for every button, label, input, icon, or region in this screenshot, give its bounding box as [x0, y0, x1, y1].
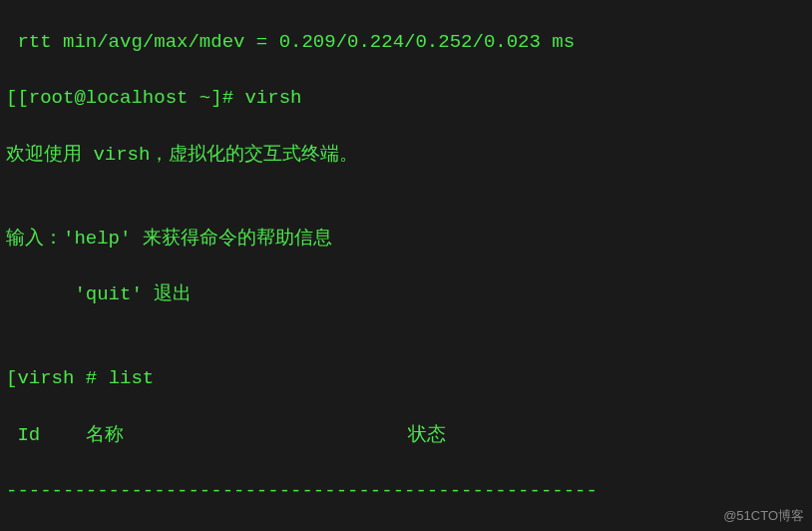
table-separator: ----------------------------------------…	[6, 477, 806, 505]
command-text: list	[109, 367, 155, 389]
command-line: [[root@localhost ~]# virsh	[6, 84, 806, 112]
output-line: rtt min/avg/max/mdev = 0.209/0.224/0.252…	[6, 28, 806, 56]
table-header: Id 名称 状态	[6, 421, 806, 449]
watermark: @51CTO博客	[723, 506, 804, 525]
output-line: 'quit' 退出	[6, 280, 806, 308]
command-line: [virsh # list	[6, 364, 806, 392]
output-line: 欢迎使用 virsh，虚拟化的交互式终端。	[6, 141, 806, 169]
command-text: virsh	[244, 87, 301, 109]
shell-prompt: [root@localhost ~]#	[17, 87, 244, 109]
bracket: [	[6, 367, 17, 389]
bracket: [	[6, 87, 17, 109]
output-line: 输入：'help' 来获得命令的帮助信息	[6, 225, 806, 253]
terminal[interactable]: rtt min/avg/max/mdev = 0.209/0.224/0.252…	[0, 0, 812, 531]
virsh-prompt: virsh #	[17, 367, 108, 389]
